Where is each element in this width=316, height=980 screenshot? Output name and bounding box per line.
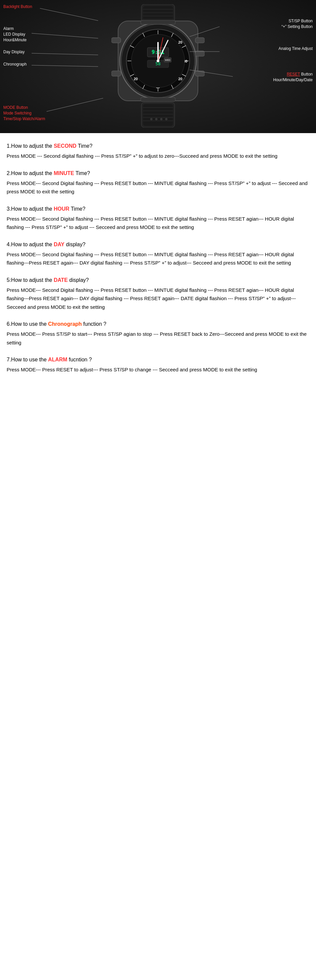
- instruction-body-7: Press MODE--- Press RESET to adjust--- P…: [6, 365, 310, 374]
- highlight-second: SECOND: [54, 143, 76, 149]
- svg-rect-55: [141, 20, 175, 24]
- instruction-body-2: Press MODE--- Second Digital flashing --…: [6, 179, 310, 196]
- mode-button-label: MODE ButtonMode SwitchingTime/Stop Watch…: [3, 105, 45, 121]
- highlight-alarm: ALARM: [48, 357, 68, 363]
- svg-line-59: [32, 53, 98, 55]
- instruction-body-4: Press MODE--- Second Digital flashing --…: [6, 250, 310, 267]
- instruction-body-5: Press MODE--- Second Digital flashing --…: [6, 286, 310, 312]
- instruction-body-1: Press MODE --- Second digital flashing -…: [6, 152, 310, 161]
- svg-point-54: [165, 118, 167, 120]
- svg-line-61: [46, 98, 103, 111]
- svg-rect-39: [195, 38, 205, 43]
- svg-rect-56: [141, 97, 175, 102]
- svg-line-58: [32, 33, 98, 38]
- instruction-block-1: 1.How to adjust the SECOND Time? Press M…: [6, 143, 310, 161]
- stsp-button-label: ST/SP Button“+” Setting Button: [281, 18, 313, 30]
- instruction-body-3: Press MODE--- Second Digital flashing --…: [6, 215, 310, 232]
- svg-point-51: [150, 118, 152, 120]
- svg-rect-43: [111, 71, 121, 76]
- instruction-block-5: 5:How to adjust the DATE display? Press …: [6, 277, 310, 312]
- chronograph-label: Chronograph: [3, 62, 27, 67]
- instruction-title-4: 4.How to adjust the DAY display?: [6, 242, 310, 248]
- watch-image: 10 20 30 20 30 20 9:31 58 WED: [111, 4, 205, 129]
- instruction-title-2: 2.How to adjust the MINUTE Time?: [6, 170, 310, 177]
- analog-time-adjust-label: Analog Time Adjust: [278, 46, 313, 52]
- alarm-led-label: AlarmLED DisplayHour&Minute: [3, 26, 27, 43]
- instruction-block-2: 2.How to adjust the MINUTE Time? Press M…: [6, 170, 310, 196]
- svg-point-52: [156, 118, 157, 120]
- highlight-date: DATE: [54, 277, 68, 283]
- highlight-day: DAY: [54, 242, 64, 247]
- instruction-title-1: 1.How to adjust the SECOND Time?: [6, 143, 310, 149]
- svg-rect-1: [143, 6, 173, 21]
- instruction-body-6: Press MODE--- Press ST/SP to start--- Pr…: [6, 330, 310, 347]
- svg-point-38: [157, 60, 159, 62]
- svg-rect-41: [195, 71, 205, 76]
- instruction-title-5: 5:How to adjust the DATE display?: [6, 277, 310, 283]
- svg-rect-40: [195, 51, 205, 56]
- instruction-block-7: 7.How to use the ALARM fucntion ? Press …: [6, 357, 310, 374]
- svg-line-60: [32, 65, 98, 67]
- instruction-block-4: 4.How to adjust the DAY display? Press M…: [6, 242, 310, 267]
- svg-line-57: [40, 8, 98, 21]
- instructions-section: 1.How to adjust the SECOND Time? Press M…: [0, 133, 316, 394]
- instruction-title-7: 7.How to use the ALARM fucntion ?: [6, 357, 310, 363]
- instruction-title-3: 3.How to adjust the HOUR Time?: [6, 206, 310, 212]
- instruction-block-3: 3.How to adjust the HOUR Time? Press MOD…: [6, 206, 310, 232]
- instruction-title-6: 6.How to use the Chronograph function ?: [6, 321, 310, 327]
- svg-point-53: [160, 118, 162, 120]
- highlight-hour: HOUR: [54, 206, 69, 212]
- highlight-minute: MINUTE: [54, 170, 74, 176]
- svg-text:WED: WED: [165, 59, 170, 61]
- reset-button-label: RESET ButtonHour/Minute/Day/Date: [273, 72, 313, 83]
- svg-text:20: 20: [178, 40, 182, 44]
- day-display-label: Day Display: [3, 49, 25, 55]
- instruction-block-6: 6.How to use the Chronograph function ? …: [6, 321, 310, 347]
- highlight-chronograph: Chronograph: [48, 321, 82, 327]
- backlight-button-label: Backlight Button: [3, 4, 32, 10]
- svg-rect-42: [111, 38, 121, 43]
- watch-diagram-section: 10 20 30 20 30 20 9:31 58 WED: [0, 0, 316, 133]
